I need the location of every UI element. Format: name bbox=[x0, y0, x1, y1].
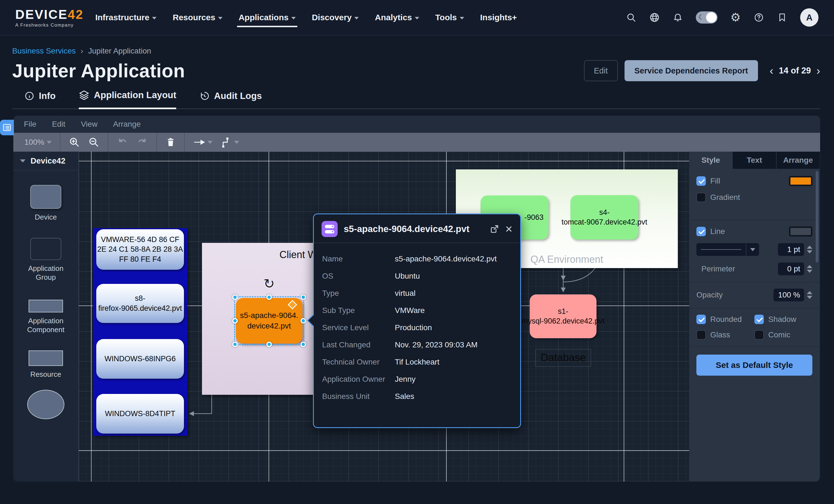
resize-handle-nw[interactable] bbox=[232, 294, 238, 300]
panel-scrollbar[interactable] bbox=[816, 171, 818, 262]
help-icon[interactable] bbox=[753, 12, 764, 23]
opacity-stepper[interactable] bbox=[807, 291, 812, 299]
settings-gear-icon[interactable]: ⚙ bbox=[730, 12, 741, 23]
popup-row: Sub TypeVMWare bbox=[322, 302, 512, 319]
node-mysql[interactable]: s1- mysql-9062.device42.pvt bbox=[530, 294, 596, 338]
breadcrumb-separator: › bbox=[81, 47, 83, 55]
dark-mode-toggle[interactable]: ☾ bbox=[696, 12, 718, 24]
resize-handle-n[interactable] bbox=[266, 294, 272, 300]
menu-file[interactable]: File bbox=[24, 120, 36, 129]
resize-handle-w[interactable] bbox=[232, 318, 238, 323]
pagination: ‹ 14 of 29 › bbox=[770, 65, 820, 76]
shapes-panel-toggle[interactable] bbox=[0, 120, 14, 135]
shape-resource[interactable]: Resource bbox=[13, 334, 78, 379]
menu-view[interactable]: View bbox=[81, 120, 97, 129]
edit-button[interactable]: Edit bbox=[584, 60, 618, 81]
breadcrumb: Business Services › Jupiter Application bbox=[12, 47, 820, 55]
shape-application-component[interactable]: Application Component bbox=[13, 282, 78, 334]
open-external-link-icon[interactable] bbox=[490, 224, 499, 234]
menu-tools[interactable]: Tools bbox=[435, 9, 464, 26]
line-style-dropdown[interactable] bbox=[696, 243, 759, 256]
shape-ellipse[interactable] bbox=[13, 379, 78, 419]
menu-edit[interactable]: Edit bbox=[52, 120, 65, 129]
shapes-group-header[interactable]: Device42 bbox=[13, 152, 78, 170]
perimeter-input[interactable]: 0 pt bbox=[778, 262, 804, 275]
moon-icon: ☾ bbox=[698, 13, 704, 21]
tab-info[interactable]: Info bbox=[24, 90, 56, 109]
resize-handle-ne[interactable] bbox=[301, 294, 306, 300]
shape-device[interactable]: Device bbox=[13, 170, 78, 222]
rotate-handle-icon[interactable]: ↻ bbox=[264, 276, 275, 291]
editor-toolbar: 100% bbox=[13, 133, 820, 152]
chevron-down-icon bbox=[750, 248, 755, 251]
list-panel-icon bbox=[2, 123, 12, 132]
line-width-input[interactable]: 1 pt bbox=[778, 243, 804, 256]
menu-arrange[interactable]: Arrange bbox=[113, 120, 141, 129]
edge-style-dropdown[interactable] bbox=[193, 137, 213, 147]
undo-button[interactable] bbox=[116, 136, 128, 148]
fill-color-swatch[interactable] bbox=[789, 176, 812, 186]
tab-audit-logs[interactable]: Audit Logs bbox=[199, 90, 262, 109]
resize-handle-e[interactable] bbox=[301, 318, 306, 323]
comic-checkbox[interactable] bbox=[754, 330, 764, 340]
fill-checkbox[interactable] bbox=[696, 176, 706, 186]
zoom-out-button[interactable] bbox=[88, 137, 99, 148]
globe-icon[interactable] bbox=[649, 12, 660, 23]
perimeter-stepper[interactable] bbox=[807, 265, 812, 273]
line-checkbox[interactable] bbox=[696, 227, 706, 236]
pagination-label: 14 of 29 bbox=[779, 66, 811, 76]
user-avatar[interactable]: A bbox=[800, 8, 818, 27]
info-icon bbox=[24, 91, 35, 101]
delete-trash-button[interactable] bbox=[166, 137, 176, 147]
device-group-container[interactable]: VMWARE-56 4D 86 CF 2E 24 C1 58-8A 2B 28 … bbox=[93, 228, 187, 436]
close-icon[interactable]: × bbox=[505, 223, 512, 235]
ellipse-shape-preview bbox=[27, 390, 64, 419]
bookmark-icon[interactable] bbox=[777, 12, 787, 23]
line-width-stepper[interactable] bbox=[807, 246, 812, 253]
resize-handle-sw[interactable] bbox=[232, 342, 238, 347]
node-windows-68inpg6[interactable]: WINDOWS-68INPG6 bbox=[96, 339, 184, 379]
popup-row: Application OwnerJenny bbox=[322, 371, 512, 388]
prev-page-chevron[interactable]: ‹ bbox=[770, 65, 773, 76]
device42-logo[interactable]: DEVICE42 A Freshworks Company bbox=[15, 7, 84, 28]
main-menu: Infrastructure Resources Applications Di… bbox=[95, 9, 517, 26]
resize-handle-s[interactable] bbox=[266, 342, 272, 347]
node-firefox[interactable]: s8- firefox-9065.device42.pvt bbox=[96, 284, 184, 323]
rounded-checkbox[interactable] bbox=[696, 315, 706, 324]
line-color-swatch[interactable] bbox=[789, 227, 812, 236]
format-tab-style[interactable]: Style bbox=[689, 152, 732, 169]
service-dependencies-report-button[interactable]: Service Dependencies Report bbox=[624, 60, 758, 81]
menu-resources[interactable]: Resources bbox=[173, 9, 222, 26]
node-tomcat[interactable]: s4- tomcat-9067.device42.pvt bbox=[570, 195, 638, 239]
resize-handle-se[interactable] bbox=[301, 342, 306, 347]
tab-application-layout[interactable]: Application Layout bbox=[79, 90, 176, 109]
redo-button[interactable] bbox=[136, 136, 148, 148]
diagram-canvas[interactable]: VMWARE-56 4D 86 CF 2E 24 C1 58-8A 2B 28 … bbox=[79, 152, 689, 482]
menu-discovery[interactable]: Discovery bbox=[312, 9, 359, 26]
format-tab-arrange[interactable]: Arrange bbox=[776, 152, 819, 169]
node-vmware[interactable]: VMWARE-56 4D 86 CF 2E 24 C1 58-8A 2B 28 … bbox=[96, 229, 184, 270]
search-icon[interactable] bbox=[626, 12, 636, 23]
node-windows-8d4tipt[interactable]: WINDOWS-8D4TIPT bbox=[96, 394, 184, 434]
glass-checkbox[interactable] bbox=[696, 330, 706, 340]
menu-applications[interactable]: Applications bbox=[239, 9, 296, 26]
zoom-in-button[interactable] bbox=[69, 137, 80, 148]
shape-application-group[interactable]: Application Group bbox=[13, 222, 78, 282]
toggle-knob bbox=[706, 12, 717, 23]
connector-style-dropdown[interactable] bbox=[221, 137, 239, 148]
menu-infrastructure[interactable]: Infrastructure bbox=[95, 9, 156, 26]
device-detail-popup: s5-apache-9064.device42.pvt × Names5-apa… bbox=[313, 213, 521, 428]
shadow-checkbox[interactable] bbox=[754, 315, 764, 324]
zoom-level-dropdown[interactable]: 100% bbox=[24, 138, 51, 147]
opacity-input[interactable]: 100 % bbox=[773, 289, 804, 301]
set-default-style-button[interactable]: Set as Default Style bbox=[696, 354, 812, 376]
popup-row: Last ChangedNov. 29, 2023 09:03 AM bbox=[322, 336, 512, 353]
gradient-checkbox[interactable] bbox=[696, 193, 706, 202]
format-tab-text[interactable]: Text bbox=[732, 152, 776, 169]
chevron-down-icon bbox=[354, 17, 359, 19]
menu-insights[interactable]: Insights+ bbox=[480, 9, 517, 26]
breadcrumb-business-services[interactable]: Business Services bbox=[12, 47, 76, 55]
notifications-bell-icon[interactable] bbox=[673, 12, 683, 23]
menu-analytics[interactable]: Analytics bbox=[375, 9, 419, 26]
next-page-chevron[interactable]: › bbox=[816, 65, 820, 76]
